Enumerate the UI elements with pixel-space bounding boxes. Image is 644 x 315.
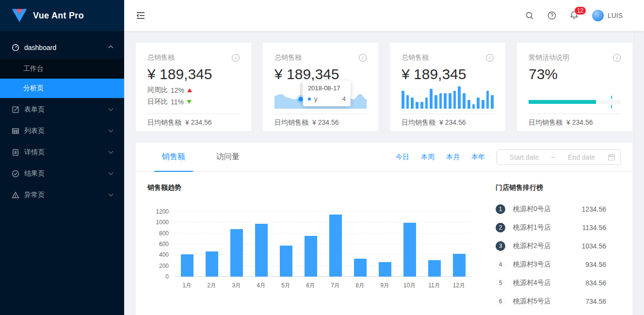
bar-10月 (403, 223, 416, 277)
mini-bar (491, 95, 494, 109)
date-range-picker[interactable]: Start date ~ End date (497, 149, 621, 165)
avatar (592, 10, 604, 21)
info-icon[interactable]: i (486, 54, 494, 62)
header-actions: 12 LUIS (525, 10, 623, 21)
series-dot (308, 98, 311, 100)
tabs: 销售额 访问量 (154, 143, 247, 171)
mini-bar (472, 104, 475, 109)
page-scrollbar[interactable] (634, 0, 644, 315)
chart-title: 销售额趋势 (147, 183, 476, 194)
mini-bar (406, 95, 409, 109)
rank-badge: 4 (496, 260, 505, 269)
profile-icon (12, 149, 19, 156)
mini-bar (402, 91, 404, 109)
logo[interactable]: Vue Ant Pro (0, 0, 124, 31)
rank-badge: 1 (496, 204, 505, 214)
user-menu[interactable]: LUIS (592, 10, 623, 21)
mini-bar (425, 98, 428, 109)
dashboard-icon (12, 44, 19, 51)
chevron-down-icon (109, 127, 113, 132)
tab-sales[interactable]: 销售额 (154, 143, 193, 171)
bar-8月 (354, 259, 367, 277)
sales-trend-section: 销售额趋势 020040060080010001200 1月2月3月4月5月6月… (147, 183, 476, 290)
calendar-icon (608, 154, 615, 161)
warning-icon (12, 191, 19, 199)
mini-bar (411, 98, 414, 109)
menu-fold-icon[interactable] (136, 11, 145, 20)
bar-2月 (206, 251, 218, 277)
progress-bar (529, 100, 621, 104)
page-content: 总销售额 i ¥ 189,345 同周比12% 日环比11% 日均销售额¥ 23… (124, 31, 644, 315)
card-title: 营销活动说明 (529, 53, 569, 62)
range-month[interactable]: 本月 (446, 153, 460, 162)
trend-up-icon (187, 88, 192, 92)
mini-bar (463, 93, 466, 109)
sidebar-item-label: dashboard (24, 44, 56, 51)
sidebar-item-detail[interactable]: 详情页 (0, 143, 124, 162)
sidebar-item-result[interactable]: 结果页 (0, 164, 124, 183)
info-icon[interactable]: i (232, 54, 240, 62)
bar-11月 (428, 260, 441, 277)
stat-card-total-sales-2: 总销售额 i ¥ 189,345 2018-08-17 y (263, 43, 378, 131)
help-icon[interactable] (547, 11, 556, 20)
panel-header: 销售额 访问量 今日 本周 本月 本年 Start date ~ End dat… (136, 143, 632, 172)
sidebar-item-analysis[interactable]: 分析页 (0, 79, 124, 98)
card-footer: 日均销售额¥ 234.56 (147, 114, 240, 127)
range-week[interactable]: 本周 (421, 153, 435, 162)
sidebar-item-exception[interactable]: 异常页 (0, 185, 124, 205)
card-footer: 日均销售额¥ 234.56 (402, 114, 494, 127)
bar-7月 (329, 215, 342, 277)
ranking-list: 1 桃源村0号店 1234.56 2 桃源村1号店 1134.56 3 桃源村2… (496, 204, 621, 307)
form-icon (12, 106, 19, 114)
bar-6月 (305, 236, 317, 277)
panel-extra: 今日 本周 本月 本年 Start date ~ End date (396, 149, 621, 165)
range-today[interactable]: 今日 (396, 153, 409, 162)
sidebar-item-workbench[interactable]: 工作台 (0, 59, 124, 79)
ranking-row: 2 桃源村1号店 1134.56 (496, 222, 621, 233)
tab-visits[interactable]: 访问量 (209, 143, 247, 171)
rank-badge: 5 (496, 278, 505, 288)
x-axis-labels: 1月2月3月4月5月6月7月8月9月10月11月12月 (175, 282, 471, 290)
search-icon[interactable] (525, 11, 534, 20)
sidebar-item-list[interactable]: 列表页 (0, 121, 124, 141)
card-value: 73% (529, 65, 621, 83)
stat-card-marketing: 营销活动说明 i 73% 日均销售额¥ 234.56 (517, 43, 632, 131)
stat-card-total-sales-1: 总销售额 i ¥ 189,345 同周比12% 日环比11% 日均销售额¥ 23… (136, 43, 251, 131)
chart-tooltip: 2018-08-17 y 4 (303, 81, 351, 106)
ranking-row: 1 桃源村0号店 1234.56 (496, 204, 621, 215)
notifications-bell[interactable]: 12 (570, 11, 579, 21)
sidebar-menu: dashboard 工作台 分析页 表单页 (0, 31, 124, 205)
ranking-row: 4 桃源村3号店 934.56 (496, 259, 621, 270)
rank-badge: 3 (496, 241, 505, 251)
progress-fill (529, 100, 596, 104)
mini-bar (458, 86, 461, 109)
info-icon[interactable]: i (359, 54, 367, 62)
trend-day: 日环比11% (147, 96, 240, 108)
chevron-down-icon (109, 149, 113, 153)
range-year[interactable]: 本年 (471, 153, 485, 162)
mini-bar (416, 102, 419, 109)
chevron-down-icon (109, 170, 113, 175)
mini-bar (435, 95, 437, 109)
bar-4月 (255, 224, 268, 277)
card-title: 总销售额 (274, 53, 302, 62)
sidebar-item-dashboard[interactable]: dashboard (0, 38, 124, 57)
ranking-row: 5 桃源村4号店 834.56 (496, 278, 621, 288)
ranking-title: 门店销售排行榜 (496, 183, 621, 194)
info-icon[interactable]: i (613, 54, 621, 62)
end-date-placeholder: End date (560, 153, 603, 161)
panel-body: 销售额趋势 020040060080010001200 1月2月3月4月5月6月… (136, 172, 632, 315)
header: 12 LUIS (124, 0, 644, 31)
sidebar-item-form[interactable]: 表单页 (0, 100, 124, 119)
bar-9月 (379, 262, 391, 277)
bar-12月 (453, 254, 466, 277)
card-footer: 日均销售额¥ 234.56 (274, 114, 367, 127)
mini-bar (467, 100, 470, 109)
start-date-placeholder: Start date (502, 153, 546, 161)
sales-panel: 销售额 访问量 今日 本周 本月 本年 Start date ~ End dat… (136, 143, 632, 315)
range-links: 今日 本周 本月 本年 (396, 153, 485, 162)
table-icon (12, 127, 19, 135)
dashboard-submenu: 工作台 分析页 (0, 59, 124, 98)
vue-logo-icon (12, 8, 27, 23)
chart-hover-line (301, 83, 301, 107)
